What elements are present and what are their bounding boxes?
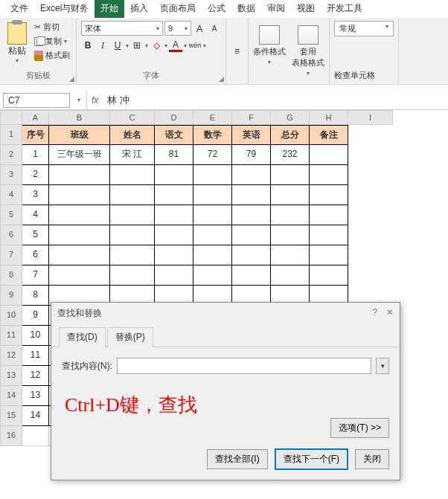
data-cell[interactable] [310, 205, 348, 225]
formula-value[interactable]: 林 冲 [103, 92, 134, 109]
data-cell[interactable] [310, 245, 348, 265]
decrease-font-button[interactable]: A [208, 22, 221, 35]
check-cell-button[interactable]: 检查单元格 [334, 70, 394, 81]
data-cell[interactable]: 5 [22, 225, 49, 245]
data-cell[interactable] [110, 225, 155, 245]
header-cell[interactable]: 班级 [49, 125, 110, 145]
header-cell[interactable]: 英语 [232, 125, 271, 145]
data-cell[interactable] [49, 185, 110, 205]
italic-button[interactable]: I [96, 39, 109, 52]
col-header[interactable]: D [155, 110, 193, 125]
header-cell[interactable]: 数学 [193, 125, 232, 145]
row-header[interactable]: 15 [0, 406, 22, 426]
col-header[interactable]: F [232, 110, 271, 125]
col-header[interactable]: A [22, 110, 49, 125]
data-cell[interactable]: 79 [232, 145, 271, 165]
options-button[interactable]: 选项(T) >> [330, 418, 389, 438]
data-cell[interactable] [110, 165, 155, 185]
data-cell[interactable] [271, 225, 310, 245]
data-cell[interactable] [232, 245, 271, 265]
name-box[interactable]: C7 [3, 93, 70, 108]
col-header[interactable]: B [49, 110, 110, 125]
row-header[interactable]: 1 [0, 125, 22, 145]
data-cell[interactable] [271, 205, 310, 225]
data-cell[interactable] [232, 265, 271, 286]
col-header[interactable]: G [271, 110, 310, 125]
close-button[interactable]: 关闭 [355, 449, 389, 469]
bold-button[interactable]: B [81, 39, 95, 52]
underline-button[interactable]: U [111, 39, 124, 52]
find-all-button[interactable]: 查找全部(I) [207, 449, 267, 469]
row-header[interactable]: 10 [0, 306, 22, 326]
data-cell[interactable]: 10 [22, 326, 49, 346]
data-cell[interactable] [155, 265, 193, 286]
find-input[interactable] [117, 358, 371, 374]
data-cell[interactable] [110, 245, 155, 265]
col-header[interactable]: H [310, 110, 348, 125]
data-cell[interactable] [110, 265, 155, 286]
font-size-select[interactable]: 9▾ [164, 21, 191, 36]
number-format-select[interactable]: 常规▾ [334, 21, 394, 36]
col-header[interactable]: C [110, 110, 155, 125]
data-cell[interactable]: 2 [22, 165, 49, 185]
data-cell[interactable] [193, 185, 232, 205]
data-cell[interactable] [22, 426, 49, 446]
row-header[interactable]: 8 [0, 265, 22, 286]
tab-formula[interactable]: 公式 [202, 0, 231, 18]
tab-insert[interactable]: 插入 [124, 0, 154, 18]
tab-file[interactable]: 文件 [4, 0, 34, 18]
fx-icon[interactable]: fx [87, 95, 103, 106]
caret-down-icon[interactable]: ▾ [77, 97, 80, 103]
data-cell[interactable] [155, 245, 193, 265]
data-cell[interactable] [232, 185, 271, 205]
row-header[interactable]: 14 [0, 386, 22, 406]
row-header[interactable]: 11 [0, 326, 22, 346]
row-header[interactable]: 3 [0, 165, 22, 185]
data-cell[interactable] [193, 245, 232, 265]
dialog-launcher-icon[interactable]: ◢ [69, 75, 74, 83]
data-cell[interactable]: 宋 江 [110, 145, 155, 165]
col-header[interactable]: I [348, 110, 393, 125]
dialog-launcher-icon[interactable]: ◢ [219, 75, 224, 83]
border-button[interactable]: ⊞ [130, 39, 144, 52]
header-cell[interactable]: 备注 [310, 125, 348, 145]
row-header[interactable]: 16 [0, 426, 22, 446]
data-cell[interactable] [49, 265, 110, 286]
header-cell[interactable]: 姓名 [110, 125, 155, 145]
font-color-button[interactable]: A [169, 39, 182, 52]
fill-color-button[interactable]: ◇ [150, 39, 163, 52]
increase-font-button[interactable]: A [193, 22, 206, 35]
data-cell[interactable] [155, 165, 193, 185]
data-cell[interactable] [155, 225, 193, 245]
tab-view[interactable]: 视图 [291, 0, 321, 18]
paste-button[interactable]: 粘贴 ▾ [4, 21, 30, 65]
data-cell[interactable] [310, 145, 348, 165]
tab-find[interactable]: 查找(D) [59, 327, 106, 347]
find-next-button[interactable]: 查找下一个(F) [275, 449, 348, 469]
data-cell[interactable] [310, 185, 348, 205]
find-history-dropdown[interactable]: ▾ [376, 358, 389, 374]
data-cell[interactable]: 3 [22, 185, 49, 205]
header-cell[interactable]: 总分 [271, 125, 310, 145]
select-all-corner[interactable] [0, 110, 22, 125]
row-header[interactable]: 2 [0, 145, 22, 165]
row-header[interactable]: 4 [0, 185, 22, 205]
tab-excel-finance[interactable]: Excel与财务 [34, 0, 95, 18]
data-cell[interactable] [271, 245, 310, 265]
tab-dev[interactable]: 开发工具 [321, 0, 368, 18]
row-header[interactable]: 9 [0, 286, 22, 306]
tab-data[interactable]: 数据 [231, 0, 261, 18]
data-cell[interactable]: 1 [22, 145, 49, 165]
data-cell[interactable]: 81 [155, 145, 193, 165]
data-cell[interactable] [49, 205, 110, 225]
data-cell[interactable]: 8 [22, 286, 49, 306]
row-header[interactable]: 5 [0, 205, 22, 225]
data-cell[interactable] [232, 225, 271, 245]
phonetic-button[interactable]: wén [188, 39, 202, 52]
data-cell[interactable]: 232 [271, 145, 310, 165]
data-cell[interactable] [193, 225, 232, 245]
data-cell[interactable] [49, 245, 110, 265]
data-cell[interactable]: 11 [22, 346, 49, 366]
data-cell[interactable] [155, 205, 193, 225]
data-cell[interactable]: 三年级一班 [49, 145, 110, 165]
